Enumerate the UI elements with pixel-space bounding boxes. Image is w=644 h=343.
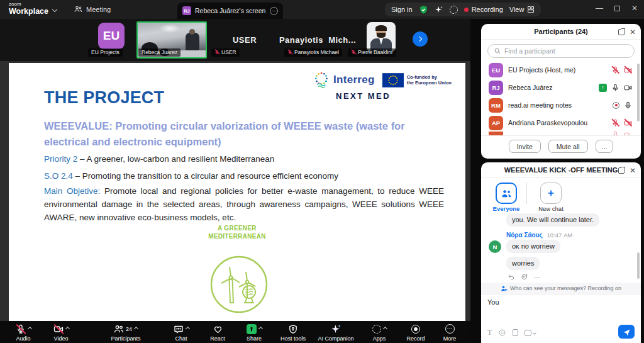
chat-icon bbox=[174, 324, 184, 334]
zoom-workplace-window: zoom Workplace Meeting RJ Rebeca Juárez'… bbox=[0, 0, 644, 343]
video-tile-eu-projects[interactable]: EU EU Projects bbox=[88, 21, 135, 59]
participants-button[interactable]: 24 Participants bbox=[96, 321, 156, 343]
avatar: AP bbox=[489, 116, 503, 130]
chat-message[interactable]: you. We will continue later. bbox=[506, 213, 599, 227]
scrollbar[interactable] bbox=[637, 64, 640, 121]
topbar-controls: Sign in Recording View bbox=[385, 3, 541, 16]
tab-shared-screen[interactable]: RJ Rebeca Juárez's screen ⋯ bbox=[177, 3, 283, 19]
react-button[interactable]: React bbox=[201, 321, 234, 343]
emoji-reaction-icon[interactable] bbox=[521, 273, 528, 281]
zoom-workplace-logo: zoom Workplace bbox=[9, 2, 48, 16]
video-button[interactable]: Video bbox=[42, 321, 80, 343]
next-participants-button[interactable] bbox=[413, 31, 428, 47]
participant-row-partial[interactable] bbox=[481, 132, 641, 135]
scrollbar[interactable] bbox=[637, 252, 640, 279]
video-tile-user[interactable]: USER USER bbox=[209, 21, 280, 59]
tab-meeting-label: Meeting bbox=[86, 6, 111, 13]
file-attach-icon[interactable] bbox=[513, 329, 518, 336]
muted-mic-icon bbox=[287, 49, 292, 55]
zoom-apps-icon[interactable] bbox=[450, 6, 458, 14]
avatar: EU bbox=[98, 23, 125, 49]
interreg-logo-icon bbox=[313, 72, 330, 88]
close-icon[interactable]: ✕ bbox=[630, 28, 636, 37]
chevron-right-icon bbox=[417, 37, 422, 42]
close-icon[interactable]: ✕ bbox=[630, 166, 636, 175]
chat-more-icon[interactable]: ⋯ bbox=[606, 166, 613, 174]
recording-label: Recording bbox=[472, 6, 503, 13]
title-bar: zoom Workplace Meeting RJ Rebeca Juárez'… bbox=[0, 0, 644, 19]
share-button[interactable]: Share bbox=[234, 321, 274, 343]
participants-header: Participants (24) ✕ bbox=[481, 24, 641, 40]
chevron-down-icon[interactable] bbox=[52, 7, 57, 12]
video-tile-panayiotis[interactable]: Panayiotis Mich... Panayiotis Michael bbox=[282, 21, 353, 59]
tab-new-chat[interactable]: + New chat bbox=[533, 183, 569, 212]
recording-dot-icon bbox=[464, 8, 469, 12]
maximize-icon[interactable] bbox=[614, 6, 620, 11]
video-tile-rebeca[interactable]: Rebeca Juárez bbox=[136, 21, 207, 59]
format-text-icon[interactable]: T bbox=[487, 328, 492, 337]
chat-compose-area[interactable]: You T bbox=[481, 294, 641, 343]
window-controls: — ✕ bbox=[596, 4, 638, 13]
chat-button[interactable]: Chat bbox=[161, 321, 201, 343]
view-button[interactable]: View bbox=[509, 6, 535, 13]
avatar: EU bbox=[489, 63, 503, 77]
participants-panel: Participants (24) ✕ EU EU Projects (Host… bbox=[481, 24, 641, 159]
close-icon[interactable]: ✕ bbox=[631, 4, 638, 13]
more-options-button[interactable]: ... bbox=[596, 140, 614, 153]
participant-row[interactable]: RM read.ai meeting notes bbox=[481, 96, 641, 114]
muted-mic-icon bbox=[214, 49, 219, 55]
apps-button[interactable]: Apps bbox=[360, 321, 399, 343]
participant-search[interactable] bbox=[487, 44, 635, 58]
tab-everyone[interactable]: Everyone bbox=[489, 183, 524, 212]
divider bbox=[526, 183, 527, 204]
security-shield-icon[interactable] bbox=[419, 5, 428, 14]
tab-options-icon[interactable]: ⋯ bbox=[270, 7, 278, 15]
reply-icon[interactable] bbox=[508, 273, 515, 281]
mic-on-icon bbox=[624, 101, 632, 110]
share-tab-label: Rebeca Juárez's screen bbox=[195, 7, 266, 14]
participant-row[interactable]: EU EU Projects (Host, me) bbox=[481, 61, 641, 79]
participants-options-chevron[interactable] bbox=[134, 327, 138, 331]
apps-options-chevron[interactable] bbox=[382, 327, 387, 331]
mute-all-button[interactable]: Mute all bbox=[548, 140, 588, 153]
video-tile-pierre[interactable]: Pierre Baaklini bbox=[346, 21, 416, 59]
video-options-chevron[interactable] bbox=[65, 327, 69, 331]
share-options-chevron[interactable] bbox=[258, 327, 262, 331]
chat-message[interactable]: worries bbox=[506, 257, 540, 270]
emoji-icon[interactable] bbox=[498, 329, 506, 337]
meeting-icon bbox=[74, 5, 82, 13]
participant-row[interactable]: RJ Rebeca Juárez ↑ bbox=[481, 79, 641, 96]
ai-companion-icon[interactable] bbox=[435, 5, 443, 14]
screen-sharing-icon: ↑ bbox=[599, 84, 607, 92]
minimize-icon[interactable]: — bbox=[596, 4, 603, 13]
slide-logos: Interreg Co-funded bythe European Union … bbox=[313, 72, 462, 101]
search-input[interactable] bbox=[504, 47, 618, 55]
audio-button[interactable]: Audio bbox=[5, 321, 42, 343]
view-grid-icon bbox=[527, 6, 535, 13]
chat-message[interactable]: οκ no worriew bbox=[506, 240, 560, 253]
send-button[interactable] bbox=[618, 325, 635, 339]
chat-privacy-notice[interactable]: Who can see your messages? Recording on bbox=[481, 283, 641, 294]
eu-flag-icon bbox=[382, 73, 404, 87]
compose-text[interactable]: You bbox=[487, 298, 499, 306]
privacy-person-icon bbox=[501, 285, 508, 292]
ai-companion-button[interactable]: AI Companion bbox=[312, 321, 360, 343]
audio-options-chevron[interactable] bbox=[27, 327, 31, 331]
tab-meeting[interactable]: Meeting bbox=[74, 5, 111, 13]
host-tools-button[interactable]: Host tools bbox=[274, 321, 312, 343]
more-button[interactable]: ⋯ More bbox=[433, 321, 467, 343]
popout-icon[interactable] bbox=[618, 29, 625, 35]
chat-title: WEEEVALUE KICK -OFF MEETING bbox=[504, 166, 618, 174]
cofunded-text: Co-funded bythe European Union bbox=[407, 74, 452, 86]
avatar: RM bbox=[489, 98, 503, 113]
message-more-icon[interactable]: ⋯ bbox=[534, 274, 540, 281]
popout-icon[interactable] bbox=[618, 167, 625, 174]
record-icon bbox=[411, 325, 420, 334]
record-button[interactable]: Record bbox=[399, 321, 433, 343]
invite-button[interactable]: Invite bbox=[509, 140, 541, 153]
sign-in-button[interactable]: Sign in bbox=[391, 6, 413, 13]
screenshot-group[interactable] bbox=[525, 330, 536, 336]
camera-off-icon bbox=[624, 132, 632, 135]
chat-options-chevron[interactable] bbox=[185, 327, 189, 331]
participant-row[interactable]: AP Andriana Paraskevopoulou bbox=[481, 114, 641, 132]
